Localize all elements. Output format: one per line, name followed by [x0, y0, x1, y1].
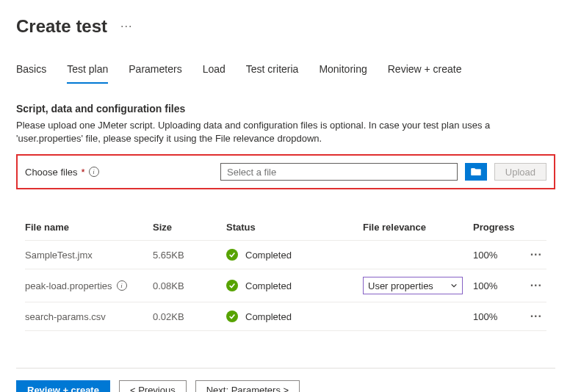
cell-file-name: search-params.csv: [25, 311, 153, 322]
upload-button[interactable]: Upload: [494, 163, 546, 181]
previous-button[interactable]: < Previous: [119, 380, 187, 392]
tab-test-criteria[interactable]: Test criteria: [246, 60, 299, 84]
cell-progress: 100%: [473, 280, 520, 291]
th-progress: Progress: [473, 222, 520, 233]
required-asterisk-icon: *: [82, 167, 85, 178]
page-title-row: Create test ···: [16, 16, 555, 37]
file-select-input[interactable]: [220, 163, 458, 181]
section-heading: Script, data and configuration files: [16, 103, 555, 115]
browse-button[interactable]: [465, 163, 487, 181]
file-chooser-row: Choose files * i Upload: [16, 154, 555, 189]
tab-monitoring[interactable]: Monitoring: [319, 60, 367, 84]
cell-progress: 100%: [473, 311, 520, 322]
cell-size: 0.02KB: [153, 311, 226, 322]
th-file-name: File name: [25, 222, 153, 233]
table-header-row: File name Size Status File relevance Pro…: [25, 214, 546, 241]
cell-status: Completed: [226, 280, 363, 291]
file-relevance-select[interactable]: User properties: [363, 277, 463, 294]
th-status: Status: [226, 222, 363, 233]
chevron-down-icon: [450, 282, 458, 289]
row-more-icon[interactable]: ···: [530, 279, 542, 291]
th-file-relevance: File relevance: [363, 222, 473, 233]
table-row: search-params.csv 0.02KB Completed 100% …: [25, 302, 546, 331]
table-row: peak-load.properties i 0.08KB Completed …: [25, 269, 546, 302]
info-icon[interactable]: i: [89, 167, 99, 177]
footer-divider: [16, 368, 555, 369]
files-table: File name Size Status File relevance Pro…: [16, 214, 555, 331]
cell-relevance: User properties: [363, 277, 473, 294]
th-size: Size: [153, 222, 226, 233]
cell-progress: 100%: [473, 250, 520, 261]
cell-file-name: peak-load.properties i: [25, 280, 153, 291]
tab-review-create[interactable]: Review + create: [388, 60, 462, 84]
more-actions-icon[interactable]: ···: [120, 20, 132, 33]
tab-load[interactable]: Load: [203, 60, 226, 84]
footer-buttons: Review + create < Previous Next: Paramet…: [16, 380, 555, 392]
choose-files-text: Choose files: [25, 167, 78, 178]
page-title: Create test: [16, 16, 107, 37]
row-more-icon[interactable]: ···: [530, 248, 542, 261]
review-create-button[interactable]: Review + create: [16, 380, 110, 392]
tab-parameters[interactable]: Parameters: [129, 60, 181, 84]
section-description: Please upload one JMeter script. Uploadi…: [16, 119, 530, 145]
folder-icon: [470, 167, 482, 177]
check-circle-icon: [226, 280, 238, 291]
check-circle-icon: [226, 311, 238, 322]
next-button[interactable]: Next: Parameters >: [195, 380, 300, 392]
cell-file-name: SampleTest.jmx: [25, 250, 153, 261]
cell-status: Completed: [226, 311, 363, 322]
tab-test-plan[interactable]: Test plan: [67, 60, 108, 84]
check-circle-icon: [226, 249, 238, 261]
cell-size: 5.65KB: [153, 250, 226, 261]
choose-files-label: Choose files * i: [25, 167, 213, 178]
tabs-bar: Basics Test plan Parameters Load Test cr…: [16, 60, 555, 84]
cell-size: 0.08KB: [153, 280, 226, 291]
row-more-icon[interactable]: ···: [530, 310, 542, 322]
table-row: SampleTest.jmx 5.65KB Completed 100% ···: [25, 241, 546, 269]
tab-basics[interactable]: Basics: [16, 60, 46, 84]
cell-status: Completed: [226, 249, 363, 261]
info-icon[interactable]: i: [117, 280, 127, 291]
